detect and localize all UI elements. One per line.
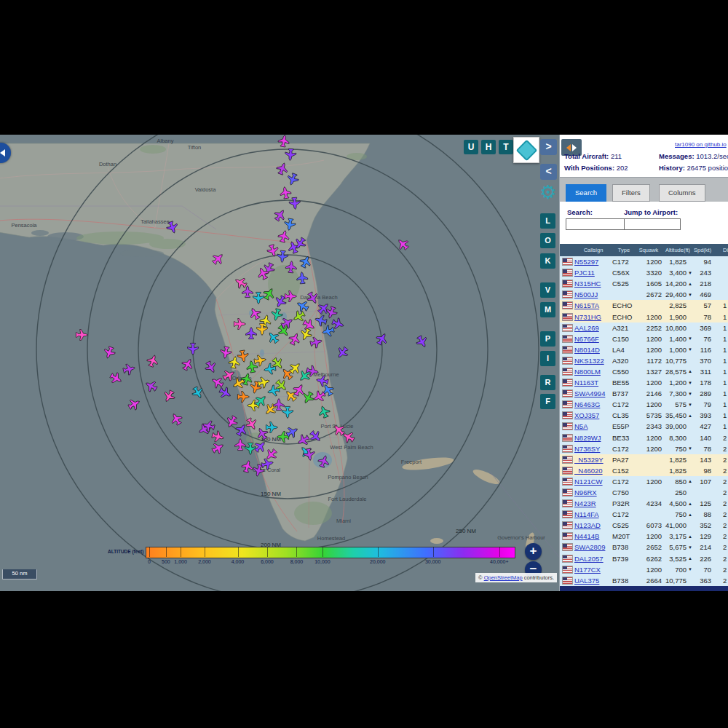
callsign-link[interactable]: N121CW: [574, 478, 603, 486]
table-row[interactable]: N731HGECHO12001,900781: [560, 311, 728, 322]
rail-button-l[interactable]: L: [540, 213, 555, 229]
tab-search[interactable]: Search: [566, 184, 606, 202]
aircraft-marker[interactable]: [122, 363, 136, 376]
aircraft-marker[interactable]: [210, 440, 226, 456]
callsign-link[interactable]: UAL375: [574, 577, 599, 585]
rail-button-i[interactable]: I: [540, 351, 555, 366]
callsign-link[interactable]: _N46020: [574, 467, 603, 475]
map-button-u[interactable]: U: [464, 140, 478, 154]
aircraft-marker[interactable]: [395, 236, 411, 252]
tab-columns[interactable]: Columns: [659, 184, 705, 202]
callsign-link[interactable]: PJC11: [574, 269, 595, 277]
table-row[interactable]: N5AE55P234339,0004271: [560, 421, 728, 432]
col-header-Type[interactable]: Type: [612, 247, 636, 253]
table-row[interactable]: PJC11C56X33203,400▼243: [560, 267, 728, 278]
callsign-link[interactable]: DAL2057: [574, 555, 604, 563]
callsign-link[interactable]: N800LM: [574, 368, 601, 376]
callsign-link[interactable]: N177CX: [574, 566, 601, 574]
table-row[interactable]: N6766FC15012001,400▼761: [560, 333, 728, 344]
col-header-Altitude(ft)[interactable]: Altitude(ft): [662, 247, 694, 253]
callsign-link[interactable]: N6463G: [574, 400, 600, 408]
table-row[interactable]: UAL375B738266410,7753632: [560, 575, 728, 586]
table-row[interactable]: NKS1322A320117210,7753701: [560, 355, 728, 366]
aircraft-marker[interactable]: [211, 430, 225, 444]
callsign-link[interactable]: N731HG: [574, 313, 601, 321]
table-row[interactable]: N6463GC1721200575▼791: [560, 399, 728, 410]
callsign-link[interactable]: SWA2809: [574, 543, 605, 551]
col-header-Spd(kt)[interactable]: Spd(kt): [694, 247, 711, 253]
aircraft-marker[interactable]: [414, 334, 430, 349]
table-row[interactable]: XOJ357CL35573535,450▲3931: [560, 410, 728, 421]
aircraft-style-button[interactable]: [513, 137, 539, 163]
callsign-link[interactable]: N96RX: [574, 488, 597, 496]
rail-button-o[interactable]: O: [540, 233, 555, 248]
table-row[interactable]: N315HCC525160514,200▲218: [560, 278, 728, 289]
sidebar-collapse-button[interactable]: <: [540, 164, 557, 180]
table-row[interactable]: N615TAECHO2,825571: [560, 300, 728, 311]
table-row[interactable]: N121CWC1721200850▲1072: [560, 476, 728, 487]
table-row[interactable]: N1163TBE5512001,200▼1781: [560, 377, 728, 388]
table-row[interactable]: _N46020C1521,825982: [560, 465, 728, 476]
table-row[interactable]: N55297C17212001,82594: [560, 256, 728, 267]
zoom-in-button[interactable]: +: [525, 543, 542, 560]
table-row[interactable]: N829WJBE3312008,3001402: [560, 432, 728, 443]
openstreetmap-link[interactable]: OpenStreetMap: [484, 574, 523, 581]
rail-button-k[interactable]: K: [540, 253, 555, 269]
aircraft-marker[interactable]: [127, 397, 142, 412]
map-canvas[interactable]: 100 NM150 NM200 NM250 NM AlbanyTiftonDot…: [0, 135, 559, 591]
aircraft-marker[interactable]: [210, 375, 225, 390]
aircraft-marker[interactable]: [188, 343, 199, 355]
rail-button-r[interactable]: R: [540, 375, 555, 390]
aircraft-marker[interactable]: [235, 439, 246, 451]
callsign-link[interactable]: N5A: [574, 422, 587, 430]
table-row[interactable]: N177CX1200700▼702: [560, 564, 728, 575]
callsign-link[interactable]: N829WJ: [574, 434, 601, 442]
col-header-Callsign[interactable]: Callsign: [574, 247, 612, 253]
table-row[interactable]: N423RP32R42344,500▲1252: [560, 498, 728, 509]
callsign-link[interactable]: N615TA: [574, 301, 599, 309]
callsign-link[interactable]: N8014D: [574, 346, 600, 354]
settings-gear-icon[interactable]: ⚙: [539, 183, 556, 202]
table-row[interactable]: N96RXC7502502: [560, 487, 728, 498]
rail-button-f[interactable]: F: [540, 394, 555, 409]
table-row[interactable]: N123ADC525607341,0003522: [560, 520, 728, 531]
callsign-link[interactable]: N55297: [574, 258, 598, 266]
rail-button-m[interactable]: M: [540, 302, 555, 317]
table-row[interactable]: SWA2809B73826525,675▼2142: [560, 542, 728, 553]
callsign-link[interactable]: XOJ357: [574, 411, 599, 419]
callsign-link[interactable]: N500JJ: [574, 290, 598, 298]
callsign-link[interactable]: SWA4994: [574, 389, 605, 397]
table-row[interactable]: _N5329YPA271,8251432: [560, 454, 728, 465]
table-row[interactable]: AAL269A321225210,8003691: [560, 323, 728, 333]
map-button-t[interactable]: T: [499, 140, 513, 154]
aircraft-marker[interactable]: [218, 385, 233, 400]
table-row[interactable]: N800LMC550132728,575▲3111: [560, 366, 728, 377]
aircraft-marker[interactable]: [203, 360, 218, 375]
table-row[interactable]: N738SYC1721200750▼782: [560, 443, 728, 454]
rail-button-v[interactable]: V: [540, 282, 555, 298]
jump-to-airport-input[interactable]: [624, 218, 681, 230]
callsign-link[interactable]: N4414B: [574, 532, 599, 540]
callsign-link[interactable]: _N5329Y: [574, 456, 604, 464]
rail-button-p[interactable]: P: [540, 331, 555, 347]
aircraft-marker[interactable]: [143, 379, 159, 394]
table-row[interactable]: N114FAC172750▲882: [560, 509, 728, 520]
callsign-link[interactable]: N738SY: [574, 445, 600, 453]
callsign-link[interactable]: N423R: [574, 499, 596, 507]
tab-filters[interactable]: Filters: [612, 184, 650, 202]
table-row[interactable]: N8014DLA412001,000▼1161: [560, 344, 728, 355]
tar1090-github-link[interactable]: tar1090 on github.io: [675, 141, 727, 148]
table-row[interactable]: DAL2057B73962623,525▲2262: [560, 553, 728, 564]
callsign-link[interactable]: N1163T: [574, 379, 598, 387]
table-row[interactable]: N4414BM20T12003,175▲1292: [560, 531, 728, 542]
aircraft-marker[interactable]: [146, 353, 160, 368]
sidebar-expand-button[interactable]: >: [540, 139, 557, 155]
aircraft-marker[interactable]: [162, 389, 177, 404]
col-header-Dist.(NM)[interactable]: Dist.(NM): [711, 247, 728, 253]
callsign-link[interactable]: NKS1322: [574, 357, 604, 365]
map-button-h[interactable]: H: [481, 140, 496, 154]
search-input[interactable]: [566, 218, 625, 230]
callsign-link[interactable]: N315HC: [574, 280, 601, 288]
aircraft-marker[interactable]: [108, 371, 124, 386]
col-header-Squawk[interactable]: Squawk: [636, 247, 662, 253]
